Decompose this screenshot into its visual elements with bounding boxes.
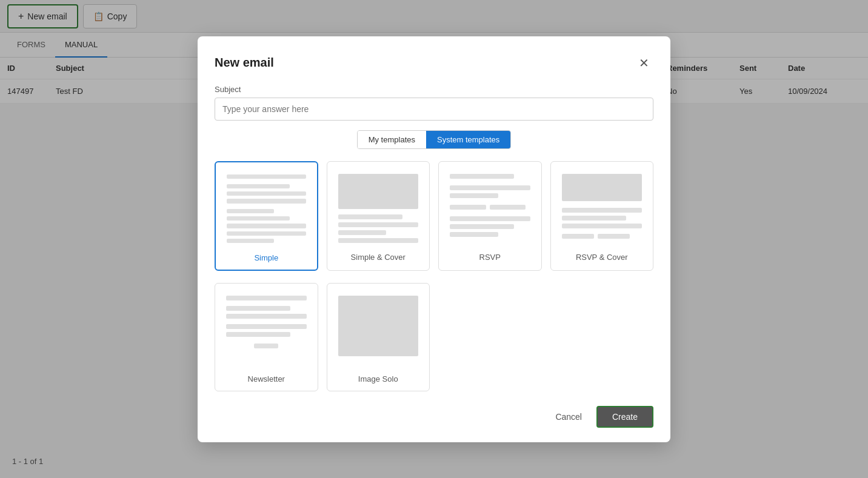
system-templates-btn[interactable]: System templates — [426, 131, 510, 148]
template-rsvp-cover-label: RSVP & Cover — [576, 253, 628, 262]
modal-header: New email ✕ — [215, 53, 653, 73]
preview-rsvp-cover — [558, 169, 646, 248]
template-rsvp[interactable]: RSVP — [438, 161, 542, 271]
modal-overlay: New email ✕ Subject My templates System … — [0, 0, 868, 478]
template-rsvp-label: RSVP — [479, 253, 501, 262]
preview-simple — [223, 170, 310, 248]
template-simple-label: Simple — [254, 253, 278, 262]
my-templates-btn[interactable]: My templates — [358, 131, 426, 148]
cancel-button[interactable]: Cancel — [548, 407, 589, 427]
preview-rsvp — [446, 169, 534, 248]
toggle-group: My templates System templates — [357, 130, 512, 149]
template-simple[interactable]: Simple — [215, 161, 318, 271]
template-simple-cover[interactable]: Simple & Cover — [327, 161, 430, 271]
subject-input[interactable] — [215, 98, 653, 121]
template-newsletter-label: Newsletter — [248, 374, 285, 383]
new-email-modal: New email ✕ Subject My templates System … — [198, 36, 670, 442]
preview-simple-cover — [335, 169, 422, 248]
modal-footer: Cancel Create — [215, 406, 653, 428]
template-grid-row2: Newsletter Image Solo — [215, 283, 653, 391]
preview-newsletter — [222, 291, 310, 370]
modal-title: New email — [215, 56, 274, 70]
create-button[interactable]: Create — [596, 406, 653, 428]
template-placeholder-4 — [550, 283, 654, 391]
preview-image-solo — [335, 291, 422, 370]
template-image-solo[interactable]: Image Solo — [327, 283, 430, 391]
template-rsvp-cover[interactable]: RSVP & Cover — [550, 161, 654, 271]
template-newsletter[interactable]: Newsletter — [215, 283, 318, 391]
subject-label: Subject — [215, 85, 653, 94]
close-icon: ✕ — [639, 56, 649, 70]
template-grid-row1: Simple Simple & Cover — [215, 161, 653, 271]
template-placeholder-3 — [438, 283, 542, 391]
template-toggle: My templates System templates — [215, 130, 653, 149]
template-image-solo-label: Image Solo — [358, 374, 398, 383]
template-simple-cover-label: Simple & Cover — [351, 253, 406, 262]
modal-close-button[interactable]: ✕ — [634, 53, 653, 73]
